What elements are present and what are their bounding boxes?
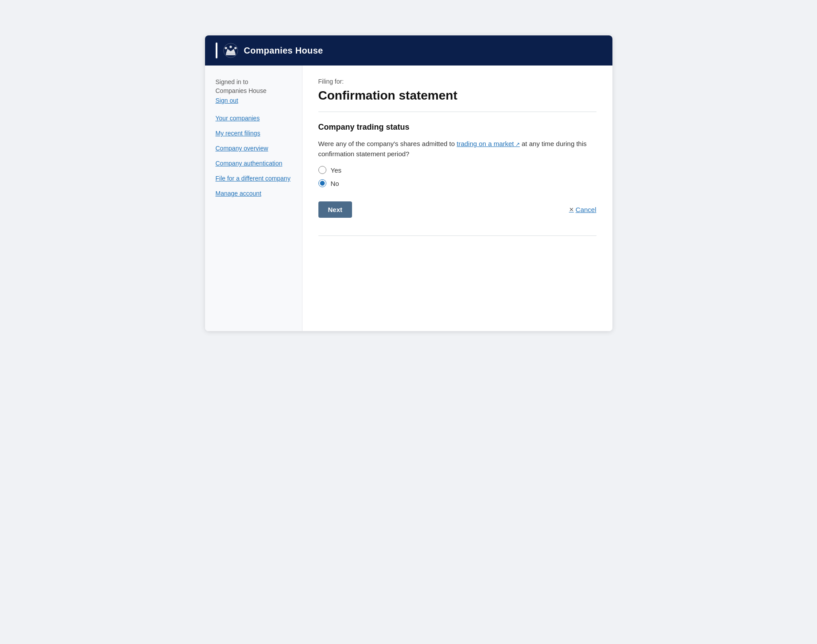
outer-wrapper: Companies House Signed in to Companies H… [205, 35, 612, 609]
sidebar: Signed in to Companies House Sign out Yo… [205, 66, 302, 331]
cancel-x-icon: ✕ [569, 206, 574, 213]
page-title: Confirmation statement [318, 89, 596, 112]
sidebar-item-company-authentication[interactable]: Company authentication [216, 160, 291, 167]
svg-point-4 [234, 47, 236, 49]
svg-point-3 [229, 46, 232, 48]
header-brand-bar [216, 42, 217, 58]
sidebar-item-your-companies[interactable]: Your companies [216, 115, 291, 122]
radio-yes-label: Yes [331, 166, 341, 174]
filing-for-label: Filing for: [318, 78, 596, 85]
app-header: Companies House [205, 35, 612, 66]
sidebar-item-manage-account[interactable]: Manage account [216, 190, 291, 197]
sidebar-item-company-overview[interactable]: Company overview [216, 145, 291, 152]
radio-no-label: No [331, 180, 339, 187]
radio-item-no[interactable]: No [318, 179, 596, 187]
next-button[interactable]: Next [318, 201, 352, 218]
cancel-label: Cancel [576, 206, 596, 213]
sign-out-link[interactable]: Sign out [216, 97, 291, 104]
sidebar-nav: Your companies My recent filings Company… [216, 115, 291, 199]
sidebar-item-file-different-company[interactable]: File for a different company [216, 175, 291, 182]
radio-item-yes[interactable]: Yes [318, 166, 596, 174]
svg-point-0 [223, 43, 237, 58]
svg-rect-5 [226, 54, 236, 55]
signed-in-section: Signed in to Companies House Sign out [216, 78, 291, 104]
actions-row: Next ✕ Cancel [318, 201, 596, 218]
radio-no[interactable] [318, 179, 326, 187]
header-title: Companies House [244, 46, 323, 56]
svg-point-2 [225, 47, 227, 49]
signed-in-label: Signed in to [216, 78, 291, 87]
sidebar-item-my-recent-filings[interactable]: My recent filings [216, 130, 291, 137]
signed-in-company: Companies House [216, 87, 291, 96]
crown-icon [223, 42, 239, 58]
svg-marker-1 [226, 49, 236, 54]
main-content: Filing for: Confirmation statement Compa… [302, 66, 612, 331]
radio-yes[interactable] [318, 166, 326, 174]
question-text-before: Were any of the company's shares admitte… [318, 140, 455, 147]
section-title: Company trading status [318, 123, 596, 132]
question-text: Were any of the company's shares admitte… [318, 139, 596, 159]
body-layout: Signed in to Companies House Sign out Yo… [205, 66, 612, 331]
trading-on-market-link[interactable]: trading on a market [457, 140, 520, 147]
cancel-link[interactable]: ✕ Cancel [569, 206, 596, 213]
app-window: Companies House Signed in to Companies H… [205, 35, 612, 331]
trading-status-radio-group: Yes No [318, 166, 596, 187]
footer-divider [318, 235, 596, 236]
